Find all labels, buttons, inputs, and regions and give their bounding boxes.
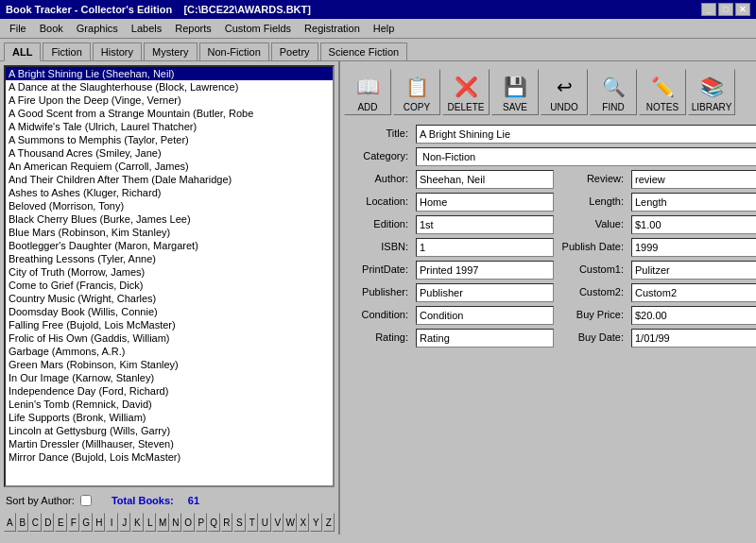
book-list-item[interactable]: A Fire Upon the Deep (Vinge, Verner) [6,93,333,107]
alpha-button-u[interactable]: U [259,513,271,532]
alpha-button-z[interactable]: Z [323,513,335,532]
book-list-item[interactable]: And Their Children After Them (Dale Maha… [6,173,333,186]
book-list-item[interactable]: Lincoln at Gettysburg (Wills, Garry) [6,424,333,437]
undo-button[interactable]: ↩UNDO [541,69,588,115]
condition-input[interactable] [416,306,554,325]
menu-help[interactable]: Help [368,21,401,36]
book-list-item[interactable]: Black Cherry Blues (Burke, James Lee) [6,212,333,226]
isbn-input[interactable] [416,238,554,257]
alpha-button-l[interactable]: L [145,513,157,532]
menu-custom-fields[interactable]: Custom Fields [219,21,297,36]
add-button[interactable]: 📖ADD [344,69,391,115]
edition-input[interactable] [416,215,554,234]
maximize-button[interactable]: □ [718,3,733,16]
alpha-button-p[interactable]: P [196,513,208,532]
rating-input[interactable] [416,329,554,348]
tab-all[interactable]: ALL [4,42,41,61]
buy-price-input[interactable] [631,306,756,325]
find-button[interactable]: 🔍FIND [590,69,637,115]
minimize-button[interactable]: _ [701,3,716,16]
sort-checkbox[interactable] [80,495,92,506]
book-list-item[interactable]: A Midwife's Tale (Ulrich, Laurel Thatche… [6,120,333,133]
menu-registration[interactable]: Registration [299,21,366,36]
book-list-item[interactable]: Mirror Dance (Bujold, Lois McMaster) [6,450,333,464]
alpha-button-e[interactable]: E [55,513,67,532]
alpha-button-t[interactable]: T [247,513,259,532]
print-date-input[interactable] [416,261,554,280]
alpha-button-m[interactable]: M [157,513,169,532]
alpha-button-g[interactable]: G [80,513,93,532]
alpha-button-b[interactable]: B [17,513,29,532]
book-list-item[interactable]: Garbage (Ammons, A.R.) [6,345,333,358]
alpha-button-d[interactable]: D [43,513,55,532]
alpha-button-h[interactable]: H [94,513,106,532]
book-list-item[interactable]: Green Mars (Robinson, Kim Stanley) [6,358,333,371]
book-list-item[interactable]: Come to Grief (Francis, Dick) [6,279,333,292]
alpha-button-v[interactable]: V [272,513,284,532]
alpha-button-s[interactable]: S [233,513,246,532]
alpha-button-x[interactable]: X [298,513,310,532]
tab-nonfiction[interactable]: Non-Fiction [199,42,269,60]
book-list-item[interactable]: In Our Image (Karnow, Stanley) [6,371,333,384]
menu-labels[interactable]: Labels [126,21,167,36]
buy-date-input[interactable] [631,329,756,348]
book-list-item[interactable]: Doomsday Book (Willis, Connie) [6,305,333,318]
review-input[interactable] [631,170,756,189]
book-list-item[interactable]: A Thousand Acres (Smiley, Jane) [6,146,333,160]
book-list-item[interactable]: Beloved (Morrison, Tony) [6,199,333,212]
tab-mystery[interactable]: Mystery [144,42,198,60]
close-button[interactable]: ✕ [735,3,750,16]
alpha-button-i[interactable]: I [106,513,118,532]
length-input[interactable] [631,193,756,212]
book-list-item[interactable]: Bootlegger's Daughter (Maron, Margaret) [6,239,333,252]
book-list-item[interactable]: A Good Scent from a Strange Mountain (Bu… [6,107,333,120]
menu-reports[interactable]: Reports [169,21,217,36]
book-list-item[interactable]: Martin Dressler (Millhauser, Steven) [6,437,333,450]
book-list-item[interactable]: City of Truth (Morrow, James) [6,265,333,279]
title-input[interactable] [416,125,756,144]
menu-file[interactable]: File [4,21,32,36]
author-input[interactable] [416,170,554,189]
menu-graphics[interactable]: Graphics [71,21,124,36]
book-list-item[interactable]: A Summons to Memphis (Taylor, Peter) [6,133,333,146]
alpha-button-k[interactable]: K [131,513,144,532]
book-list-item[interactable]: An American Requiem (Carroll, James) [6,160,333,173]
book-list-item[interactable]: Country Music (Wright, Charles) [6,292,333,305]
tab-science-fiction[interactable]: Science Fiction [320,42,408,60]
book-list-item[interactable]: Lenin's Tomb (Remnick, David) [6,398,333,411]
publisher-input[interactable] [416,283,554,302]
value-input[interactable] [631,215,756,234]
book-list-item[interactable]: A Bright Shining Lie (Sheehan, Neil) [6,67,333,80]
book-list[interactable]: A Bright Shining Lie (Sheehan, Neil)A Da… [4,65,335,487]
alpha-button-o[interactable]: O [182,513,195,532]
alpha-button-f[interactable]: F [68,513,80,532]
category-select[interactable]: Non-Fiction [416,147,756,166]
save-button[interactable]: 💾SAVE [491,69,539,115]
book-list-item[interactable]: Frolic of His Own (Gaddis, William) [6,331,333,345]
book-list-item[interactable]: A Dance at the Slaughterhouse (Block, La… [6,80,333,93]
book-list-item[interactable]: Blue Mars (Robinson, Kim Stanley) [6,226,333,239]
alpha-button-j[interactable]: J [119,513,131,532]
book-list-item[interactable]: Life Supports (Bronk, William) [6,411,333,424]
library-button[interactable]: 📚LIBRARY [688,69,735,115]
publish-date-input[interactable] [631,238,756,257]
notes-button[interactable]: ✏️NOTES [639,69,686,115]
copy-button[interactable]: 📋COPY [393,69,440,115]
menu-book[interactable]: Book [34,21,69,36]
delete-button[interactable]: ❌DELETE [442,69,490,115]
book-list-item[interactable]: Breathing Lessons (Tyler, Anne) [6,252,333,265]
tab-history[interactable]: History [93,42,142,60]
alpha-button-w[interactable]: W [284,513,297,532]
alpha-button-c[interactable]: C [29,513,42,532]
alpha-button-a[interactable]: A [4,513,16,532]
location-input[interactable] [416,193,554,212]
alpha-button-y[interactable]: Y [310,513,322,532]
tab-fiction[interactable]: Fiction [43,42,90,60]
custom1-input[interactable] [631,261,756,280]
book-list-item[interactable]: Ashes to Ashes (Kluger, Richard) [6,186,333,199]
custom2-input[interactable] [631,283,756,302]
alpha-button-r[interactable]: R [221,513,233,532]
book-list-item[interactable]: Independence Day (Ford, Richard) [6,384,333,398]
tab-poetry[interactable]: Poetry [271,42,318,60]
alpha-button-n[interactable]: N [170,513,182,532]
